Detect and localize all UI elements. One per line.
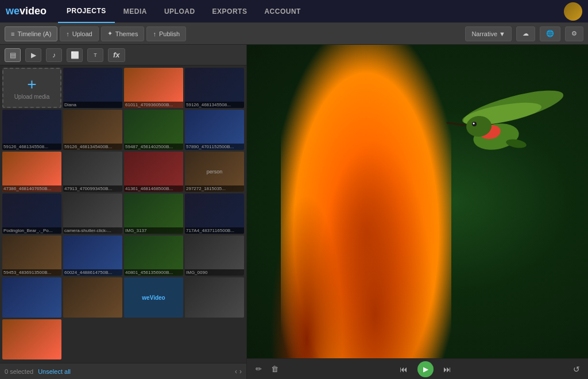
scroll-left-btn[interactable]: ‹	[235, 368, 237, 376]
nav-media[interactable]: MEDIA	[115, 0, 156, 23]
media-toolbar: ▤ ▶ ♪ ⬜ T fx	[0, 45, 246, 65]
list-item[interactable]: 47386_4681407650B...	[2, 152, 61, 192]
upload-media-label: Upload media	[14, 94, 50, 100]
list-item[interactable]: 57890_4701152500B...	[185, 110, 244, 150]
media-cell-label: 717A4_4837116500B...	[185, 227, 244, 234]
media-panel: ▤ ▶ ♪ ⬜ T fx + Upload media Diana	[0, 45, 247, 379]
nav-upload[interactable]: UPLOAD	[156, 0, 204, 23]
media-thumbnail: weVideo	[124, 277, 183, 318]
media-fx-btn[interactable]: fx	[108, 48, 125, 62]
media-cell-label: 41361_4681468500B...	[124, 185, 183, 192]
media-cell-label: 297272_1815035...	[185, 185, 244, 192]
publish-button[interactable]: ↑ Publish	[146, 26, 186, 41]
media-cell-label: camera-shutter-click-...	[63, 227, 122, 234]
list-item[interactable]: person 297272_1815035...	[185, 152, 244, 192]
unselect-all-link[interactable]: Unselect all	[38, 368, 71, 375]
upload-icon: ↑	[66, 30, 69, 37]
timeline-icon: ≡	[11, 30, 14, 37]
top-right	[564, 2, 582, 21]
narrative-label: Narrative ▼	[471, 30, 505, 37]
list-item[interactable]: 61011_4709360500B...	[124, 68, 183, 108]
list-item[interactable]: 47913_4700993450B...	[63, 152, 122, 192]
upload-label: Upload	[72, 30, 92, 37]
media-thumbnail	[63, 277, 122, 318]
media-all-btn[interactable]: ▤	[5, 48, 21, 62]
list-item[interactable]	[185, 277, 244, 318]
media-cell-label: Diana	[63, 102, 122, 108]
media-image-btn[interactable]: ⬜	[67, 48, 83, 62]
list-item[interactable]: 59126_4681345508...	[2, 110, 61, 150]
list-item[interactable]: 59487_4561402500B...	[124, 110, 183, 150]
toolbar-right: Narrative ▼ ☁ 🌐 ⚙	[465, 26, 583, 41]
preview-panel: ✏ 🗑 ⏮ ▶ ⏭ ↺	[247, 45, 588, 379]
media-cell-label: 57890_4701152500B...	[185, 144, 244, 150]
list-item[interactable]	[2, 277, 61, 318]
nav-account[interactable]: ACCOUNT	[256, 0, 310, 23]
undo-button[interactable]: ↺	[570, 362, 583, 376]
media-cell-label: 40801_4561356900B...	[124, 269, 183, 276]
preview-video	[247, 45, 588, 358]
media-video-btn[interactable]: ▶	[25, 48, 41, 62]
publish-label: Publish	[159, 30, 180, 37]
list-item[interactable]: 717A4_4837116500B...	[185, 194, 244, 234]
edit-clip-button[interactable]: ✏	[252, 362, 265, 376]
media-cell-label: 59453_4836913500B...	[2, 269, 61, 276]
list-item[interactable]	[63, 277, 122, 318]
nav-exports[interactable]: EXPORTS	[204, 0, 256, 23]
timeline-button[interactable]: ≡ Timeline (A)	[5, 26, 57, 41]
edit-controls: ✏ 🗑	[252, 362, 281, 376]
cloud-button[interactable]: ☁	[516, 26, 535, 41]
settings-button[interactable]: ⚙	[565, 26, 583, 41]
preview-scene	[247, 45, 588, 358]
themes-label: Themes	[115, 30, 138, 37]
user-avatar[interactable]	[564, 2, 582, 21]
list-item[interactable]: Podington_Bear_-_Po...	[2, 194, 61, 234]
delete-clip-button[interactable]: 🗑	[268, 362, 281, 376]
media-audio-btn[interactable]: ♪	[46, 48, 62, 62]
media-cell-label: 61011_4709360500B...	[124, 102, 183, 108]
list-item[interactable]: 41361_4681468500B...	[124, 152, 183, 192]
globe-button[interactable]: 🌐	[540, 26, 560, 41]
scene-flowers	[281, 45, 451, 358]
list-item[interactable]: 60024_4488614750B...	[63, 235, 122, 276]
main-content: ▤ ▶ ♪ ⬜ T fx + Upload media Diana	[0, 45, 588, 379]
skip-to-start-button[interactable]: ⏮	[397, 362, 411, 376]
media-grid-container[interactable]: + Upload media Diana 61011_4709360500B..…	[0, 65, 246, 363]
logo[interactable]: wevideo	[6, 5, 47, 17]
list-item[interactable]: 59126_4681345400B...	[63, 110, 122, 150]
svg-point-6	[473, 123, 475, 125]
main-toolbar: ≡ Timeline (A) ↑ Upload ✦ Themes ↑ Publi…	[0, 23, 588, 45]
preview-controls: ✏ 🗑 ⏮ ▶ ⏭ ↺	[247, 358, 588, 379]
media-cell-label: IMG_0090	[185, 269, 244, 276]
themes-button[interactable]: ✦ Themes	[101, 26, 145, 41]
list-item[interactable]: IMG_3137	[124, 194, 183, 234]
list-item[interactable]: 40801_4561356900B...	[124, 235, 183, 276]
nav-projects[interactable]: PROJECTS	[58, 0, 115, 23]
play-button[interactable]: ▶	[417, 361, 434, 377]
list-item[interactable]: camera-shutter-click-...	[63, 194, 122, 234]
skip-to-end-button[interactable]: ⏭	[440, 362, 454, 376]
media-cell-label: IMG_3137	[124, 227, 183, 234]
list-item[interactable]: IMG_0090	[185, 235, 244, 276]
list-item[interactable]: 59126_4681345508...	[185, 68, 244, 108]
list-item[interactable]: 59453_4836913500B...	[2, 235, 61, 276]
list-item[interactable]: Diana	[63, 68, 122, 108]
media-cell-label: 47913_4700993450B...	[63, 185, 122, 192]
media-text-btn[interactable]: T	[87, 48, 103, 62]
media-cell-label: 59126_4681345508...	[185, 102, 244, 108]
media-cell-label: Podington_Bear_-_Po...	[2, 227, 61, 234]
upload-button[interactable]: ↑ Upload	[60, 26, 98, 41]
list-item[interactable]: weVideo	[124, 277, 183, 318]
list-item[interactable]	[2, 319, 61, 359]
top-nav: wevideo PROJECTS MEDIA UPLOAD EXPORTS AC…	[0, 0, 588, 23]
media-grid: + Upload media Diana 61011_4709360500B..…	[2, 68, 244, 359]
narrative-button[interactable]: Narrative ▼	[465, 26, 512, 41]
upload-plus-icon: +	[27, 76, 36, 92]
undo-control: ↺	[570, 362, 583, 376]
selected-count: 0 selected	[5, 368, 33, 375]
media-cell-label: 59487_4561402500B...	[124, 144, 183, 150]
upload-media-cell[interactable]: + Upload media	[2, 68, 61, 108]
scroll-right-btn[interactable]: ›	[239, 368, 242, 376]
svg-line-7	[447, 123, 465, 125]
logo-video: video	[20, 5, 47, 17]
